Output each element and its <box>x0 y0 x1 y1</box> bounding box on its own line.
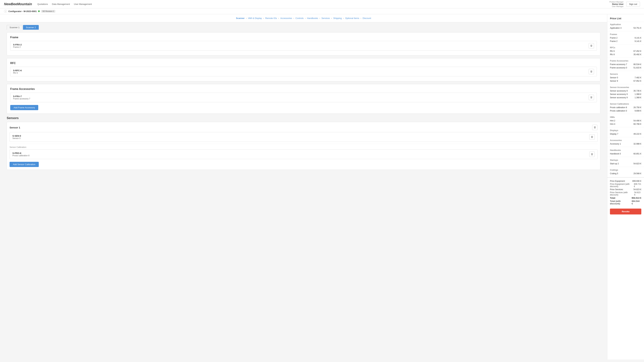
tab-scanner[interactable]: Scanner <box>236 16 244 20</box>
price-item-label: Rfc 6 <box>610 50 615 52</box>
price-item: Display 7 49.222 € <box>610 132 641 136</box>
header: NewBeeMountain Quotations Data Managemen… <box>0 0 644 8</box>
sensor-group-1-title: Sensor 1 <box>10 126 20 129</box>
price-item-value: 67.452 € <box>634 50 641 52</box>
trash-icon <box>591 153 593 155</box>
tab-hmi-display[interactable]: HMI & Display <box>248 16 262 20</box>
price-item: Sensor accessory 8 35.735 € <box>610 89 641 92</box>
price-item-label: Start-up 2 <box>610 162 619 165</box>
category-rfcs-name: RFCs <box>610 46 641 49</box>
price-item-label: Display 7 <box>610 133 618 135</box>
add-frame-accessory-button[interactable]: Add Frame Accessory <box>10 105 38 110</box>
price-item: Sensor 9 67.952 € <box>610 79 641 83</box>
price-equipment-discount-label: Price Equipment (with discount): <box>610 183 634 188</box>
category-handbooks-name: Handbooks <box>610 149 641 151</box>
trash-icon <box>590 96 592 99</box>
price-item-label: Hmi 2 <box>610 120 615 122</box>
frame-accessory-item-row: S-FRA-7 Frame accessory 7 <box>10 92 597 102</box>
price-item: Start-up 2 54.823 € <box>610 162 641 165</box>
tab-optional-items[interactable]: Optional Items <box>345 16 359 20</box>
price-category-rfcs: RFCs Rfc 6 67.452 € Rfc 8 35.492 € <box>607 45 644 57</box>
delete-frame-button[interactable] <box>589 43 594 48</box>
sep-5: › <box>305 17 306 19</box>
revision-badge: SD Revision 1 <box>41 10 56 12</box>
price-item-value: 29.568 € <box>634 172 641 175</box>
nav-user-management[interactable]: User Management <box>74 3 92 5</box>
add-sensor-calibration-button[interactable]: Add Sensor Calibration <box>10 162 39 167</box>
price-services-discount-label: Price Services (with discount): <box>610 191 634 196</box>
delete-calibration-item-button[interactable] <box>589 152 595 157</box>
tab-accessories[interactable]: Accessories <box>280 16 292 20</box>
price-category-startups: Startups Start-up 2 54.823 € <box>607 158 644 166</box>
sensor-group-1-header: Sensor 1 <box>10 125 598 130</box>
delete-sensor-item-button[interactable] <box>589 134 595 140</box>
scanner-tab-2[interactable]: Scanner 2 <box>23 25 38 30</box>
user-sub-role: Product Manager <box>610 1 624 3</box>
price-item: Accessory 1 32.988 € <box>610 142 641 146</box>
user-name: Demo User <box>610 3 624 5</box>
rfc-item-row: S-RFC-6 Rfc 6 <box>10 67 597 76</box>
rfc-title: RFC <box>10 62 597 65</box>
tab-shipping[interactable]: Shipping <box>333 16 342 20</box>
status-indicator <box>38 10 40 12</box>
config-label: Configurator - W-2023-0001 <box>8 10 37 12</box>
frame-accessories-section: Frame Accessories S-FRA-7 Frame accessor… <box>7 84 600 114</box>
calibration-item-name: Prosis calibration 8 <box>12 154 29 157</box>
delete-rfc-button[interactable] <box>589 69 594 74</box>
price-category-frame-accessories: Frame Accessories Frame accessory 7 80.5… <box>607 58 644 70</box>
sep-7: › <box>331 17 332 19</box>
info-icon[interactable]: i <box>4 10 7 13</box>
frame-item-code: S-FRA-2 <box>13 43 22 46</box>
tab-services[interactable]: Services <box>322 16 330 20</box>
tab-remote-ios[interactable]: Remote IOs <box>265 16 277 20</box>
rfc-item-info: S-RFC-6 Rfc 6 <box>13 69 22 74</box>
tab-discount[interactable]: Discount <box>363 16 371 20</box>
price-sidebar: Price List Application Application 3 53.… <box>607 14 644 360</box>
price-item-value: 80.534 € <box>634 63 641 65</box>
price-category-frames: Frames Frame 2 9.141 € Frame 2 9.141 € <box>607 32 644 43</box>
nav-data-management[interactable]: Data Management <box>52 3 70 5</box>
category-cratings-name: Cratings <box>610 169 641 171</box>
scanner-tab-1[interactable]: Scanner 1 <box>7 25 22 30</box>
rfc-item-name: Rfc 6 <box>13 72 22 74</box>
sensor-calibration-label: Sensor Calibration: <box>10 146 598 148</box>
price-services-discount-value: 54.823 € <box>634 191 641 196</box>
price-item-label: Sensor 9 <box>610 80 618 82</box>
price-item-value: 60.851 € <box>634 153 641 155</box>
revoke-button[interactable]: Revoke <box>610 209 641 214</box>
sensor-item-info: S-SEN-0 Sensor 0 <box>12 135 21 139</box>
sign-out-button[interactable]: Sign out <box>626 2 640 6</box>
trash-icon <box>590 45 592 47</box>
price-item-value: 9.141 € <box>634 37 641 39</box>
price-item: Frame accessory 0 51.815 € <box>610 66 641 69</box>
price-item-value: 7.482 € <box>634 76 641 79</box>
price-item: Hmi 2 54.490 € <box>610 119 641 122</box>
price-category-sensor-calibrations: Sensor Calibrations Prosis calibration 8… <box>607 101 644 113</box>
price-item-value: 35.735 € <box>634 90 641 92</box>
main-layout: Scanner › HMI & Display › Remote IOs › A… <box>0 14 644 360</box>
nav-tabs: Scanner › HMI & Display › Remote IOs › A… <box>0 14 607 22</box>
category-sensor-calibrations-name: Sensor Calibrations <box>610 103 641 105</box>
price-item-value: 32.988 € <box>634 143 641 145</box>
header-right: Product Manager Demo User User Manager S… <box>610 1 640 7</box>
tab-controls[interactable]: Controls <box>296 16 304 20</box>
delete-sensor-group-button[interactable] <box>592 125 598 130</box>
sep-1: › <box>246 17 246 19</box>
price-item: Hmi 4 60.766 € <box>610 122 641 126</box>
price-item: Sensor accessory 9 1.368 € <box>610 96 641 99</box>
config-bar: i Configurator - W-2023-0001 SD Revision… <box>0 8 644 14</box>
price-category-hmis: HMIs Hmi 2 54.490 € Hmi 4 60.766 € <box>607 115 644 126</box>
frame-accessory-item-code: S-FRA-7 <box>13 95 30 98</box>
nav-quotations[interactable]: Quotations <box>38 3 48 5</box>
price-item-value: 35.492 € <box>634 53 641 56</box>
price-item: Sensor 0 7.482 € <box>610 76 641 79</box>
price-services-discount-row: Price Services (with discount): 54.823 € <box>610 191 641 196</box>
sensor-item-row: S-SEN-0 Sensor 0 <box>10 132 598 142</box>
delete-frame-accessory-button[interactable] <box>589 95 594 100</box>
tab-handbooks[interactable]: Handbooks <box>307 16 318 20</box>
price-category-sensor-accessories: Sensor Accessories Sensor accessory 8 35… <box>607 85 644 100</box>
rfc-item-code: S-RFC-6 <box>13 69 22 72</box>
price-item-value: 67.952 € <box>634 80 641 82</box>
total-row: Total: 954.513 € <box>610 196 641 200</box>
category-hmis-name: HMIs <box>610 116 641 118</box>
